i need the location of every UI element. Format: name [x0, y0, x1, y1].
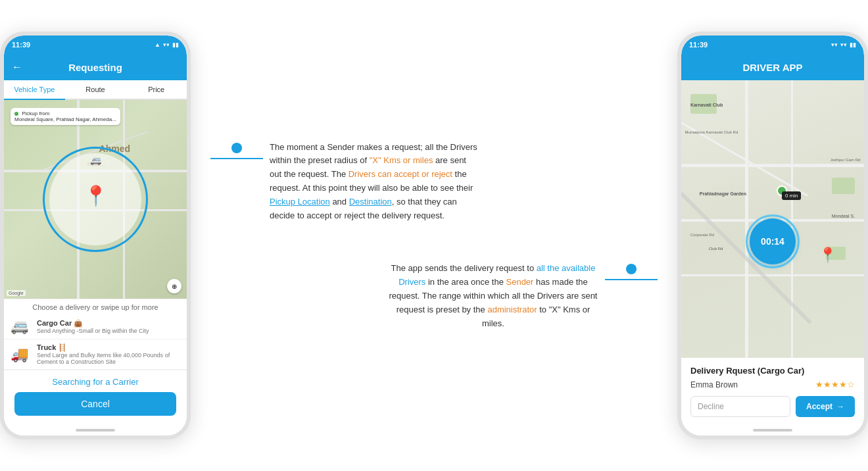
accept-arrow: → [836, 402, 844, 411]
left-status-icons: ▲ ▾▾ ▮▮ [155, 41, 179, 48]
tab-bar: Vehicle Type Route Price [4, 80, 187, 100]
map-pin-icon: 📍 [84, 184, 108, 207]
driver-app-title: DRIVER APP [742, 62, 802, 73]
bottom-feature-text: The app sends the delivery request to al… [388, 262, 598, 330]
delivery-title: Delivery Rquest (Cargo Car) [690, 366, 855, 376]
tab-price[interactable]: Price [126, 80, 187, 99]
top-feature-row: The moment a Sender makes a request; all… [210, 141, 480, 223]
right-phone: 11:39 ▾▾ ▾▾ ▮▮ DRIVER APP [677, 32, 868, 439]
left-app-header: ← Requesting [4, 54, 187, 80]
delivery-user: Emma Brown [690, 380, 738, 389]
bottom-connector [605, 262, 658, 280]
vehicle-cargo-car[interactable]: 🚐 Cargo Car 👜 Send Anything -Small or Bi… [4, 314, 187, 339]
right-battery-icon: ▮▮ [850, 41, 856, 48]
searching-text: Searching for a Carrier [14, 377, 176, 387]
wifi-icon: ▾▾ [163, 41, 170, 48]
bottom-feature-row: The app sends the delivery request to al… [388, 262, 658, 330]
truck-icon: 🚚 [11, 346, 37, 363]
right-home-indicator [681, 425, 864, 435]
right-wifi-icon: ▾▾ [840, 41, 847, 48]
delivery-card: Delivery Rquest (Cargo Car) Emma Brown ★… [681, 358, 864, 425]
truck-info: Truck 🪜 Send Large and Bulky Items like … [37, 343, 180, 365]
bottom-feature-block: The app sends the delivery request to al… [210, 262, 658, 330]
pickup-label: Pickup from [22, 111, 49, 116]
timer-circle: 00:14 [750, 218, 796, 264]
top-feature-text: The moment a Sender makes a request; all… [270, 141, 480, 223]
choose-label: Choose a delivery or swipe up for more [4, 299, 187, 314]
delivery-stars: ★★★★☆ [815, 380, 855, 389]
location-icon: ▲ [155, 41, 160, 48]
back-button[interactable]: ← [12, 61, 22, 73]
cargo-car-name: Cargo Car 👜 [37, 319, 180, 328]
delivery-user-row: Emma Brown ★★★★☆ [690, 380, 855, 389]
left-status-bar: 11:39 ▲ ▾▾ ▮▮ [4, 36, 187, 54]
top-feature-block: The moment a Sender makes a request; all… [210, 141, 658, 223]
battery-icon: ▮▮ [172, 41, 179, 48]
left-time: 11:39 [12, 41, 30, 49]
top-line [210, 158, 263, 159]
destination-pin: 📍 [819, 247, 836, 264]
pickup-dot [14, 112, 18, 116]
timer-value: 00:14 [761, 236, 784, 247]
accept-label: Accept [806, 402, 832, 411]
main-container: 11:39 ▲ ▾▾ ▮▮ ← Requesting Vehicle Type … [0, 0, 868, 471]
decline-button[interactable]: Decline [690, 396, 790, 417]
home-indicator [4, 425, 187, 435]
cargo-car-desc: Send Anything -Small or Big within the C… [37, 328, 180, 334]
truck-desc: Send Large and Bulky Items like 40,000 P… [37, 352, 180, 365]
middle-content: The moment a Sender makes a request; all… [191, 128, 677, 344]
cancel-button[interactable]: Cancel [14, 392, 176, 416]
map-truck-icon: 🚐 [90, 155, 101, 165]
right-time: 11:39 [689, 41, 708, 49]
cargo-car-icon: 🚐 [11, 318, 37, 335]
delivery-actions: Decline Accept → [690, 396, 855, 417]
location-button[interactable]: ⊕ [167, 279, 181, 293]
left-app-title: Requesting [68, 62, 122, 73]
cargo-car-info: Cargo Car 👜 Send Anything -Small or Big … [37, 319, 180, 334]
time-chip: 0 min [782, 191, 802, 200]
right-status-icons: ▾▾ ▾▾ ▮▮ [831, 41, 856, 48]
left-phone: 11:39 ▲ ▾▾ ▮▮ ← Requesting Vehicle Type … [0, 32, 191, 439]
pickup-badge: Pickup from Mondeal Square, Prahlad Naga… [11, 108, 120, 125]
top-connector [210, 141, 263, 159]
right-status-bar: 11:39 ▾▾ ▾▾ ▮▮ [681, 36, 864, 54]
top-dot [231, 143, 242, 153]
truck-name: Truck 🪜 [37, 343, 180, 352]
tab-route[interactable]: Route [65, 80, 126, 99]
vehicle-truck[interactable]: 🚚 Truck 🪜 Send Large and Bulky Items lik… [4, 339, 187, 370]
right-map: Karnavati Club Mumatpura Karnavati Club … [681, 80, 864, 358]
tab-vehicle-type[interactable]: Vehicle Type [4, 80, 65, 100]
searching-section: Searching for a Carrier Cancel [4, 370, 187, 425]
pickup-address: Mondeal Square, Prahlad Nagar, Ahmeda... [14, 116, 116, 122]
vehicle-section: Choose a delivery or swipe up for more 🚐… [4, 299, 187, 370]
home-bar [76, 429, 115, 432]
bottom-dot [626, 264, 637, 274]
bottom-line [605, 279, 658, 280]
right-home-bar [753, 429, 792, 432]
google-badge: Google [7, 290, 26, 296]
left-map: Ahmed અમ... 🚐 📍 Pickup from Mondeal Squa… [4, 100, 187, 299]
right-app-header: DRIVER APP [681, 54, 864, 80]
right-signal-icon: ▾▾ [831, 41, 838, 48]
accept-button[interactable]: Accept → [796, 396, 855, 417]
